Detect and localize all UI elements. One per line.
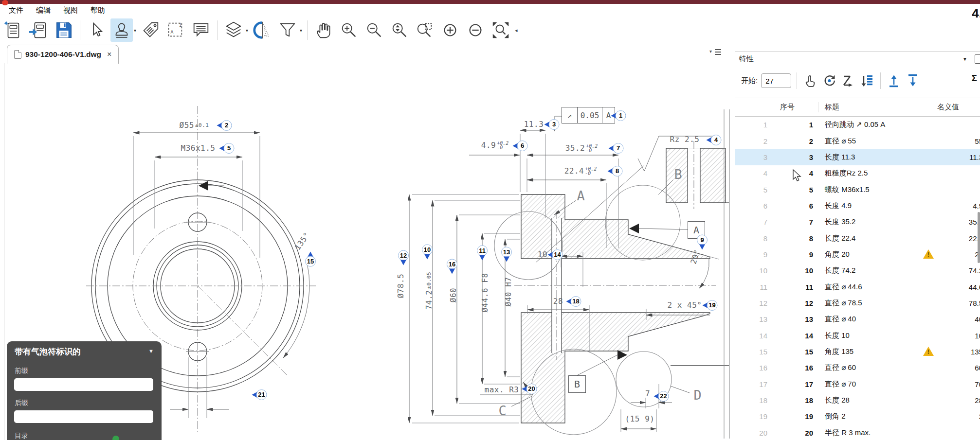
table-row[interactable]: 2020半径 R 3 max. — [735, 425, 980, 440]
dimension-label: 4.9+0.2-0 — [481, 141, 509, 150]
refresh-renumber-button[interactable] — [821, 73, 837, 88]
open-document-button[interactable] — [27, 18, 50, 42]
col-header-title[interactable]: 标题 — [825, 103, 920, 112]
balloon-15[interactable]: 15 — [305, 252, 316, 267]
tab-list-menu-icon[interactable]: ▾ — [710, 48, 721, 57]
table-row[interactable]: 1919倒角 22 — [735, 408, 980, 424]
table-row[interactable]: 99角度 20!20 — [735, 246, 980, 263]
balloon-6[interactable]: 6 — [513, 141, 528, 151]
warning-icon: ! — [923, 347, 934, 356]
table-row[interactable]: 1717直径 ⌀ 7070 — [735, 376, 980, 392]
zoom-extents-button[interactable] — [490, 18, 512, 42]
balloon-22[interactable]: 22 — [654, 391, 669, 402]
prefix-input[interactable] — [14, 378, 153, 391]
table-row[interactable]: 11径向跳动 ↗ 0.05 A — [735, 117, 980, 133]
balloon-settings-overlay: 带有气泡符标识的 ▼ 前缀 后缀 目录 — [7, 341, 162, 440]
menu-item-1[interactable]: 编辑 — [36, 6, 51, 15]
table-row[interactable]: 1414长度 1010 — [735, 327, 980, 343]
balloon-20[interactable]: 20 — [522, 384, 537, 394]
balloon-number: 16 — [447, 259, 457, 270]
menu-item-2[interactable]: 视图 — [63, 6, 78, 15]
touch-select-button[interactable] — [802, 73, 818, 88]
panel-collapse-icon[interactable]: ▼ — [962, 56, 967, 62]
menu-item-3[interactable]: 帮助 — [91, 6, 105, 15]
col-header-value[interactable]: 名义值 — [937, 103, 980, 112]
filter-dropdown-caret[interactable]: ▾ — [300, 28, 302, 33]
balloon-7[interactable]: 7 — [609, 143, 624, 154]
mirror-view-button[interactable] — [251, 18, 273, 42]
balloon-18[interactable]: 18 — [566, 296, 581, 307]
table-row[interactable]: 88长度 22.422.4 — [735, 230, 980, 246]
balloon-12[interactable]: 12 — [398, 250, 409, 265]
table-row[interactable]: 66长度 4.94.9 — [735, 198, 980, 214]
col-header-no[interactable]: 序号 — [767, 103, 813, 112]
dimension-label: 20° — [689, 248, 702, 265]
zoom-out-button[interactable] — [363, 18, 385, 42]
filter-button[interactable] — [276, 18, 299, 42]
panel-pin-icon[interactable] — [975, 54, 980, 64]
suffix-input[interactable] — [14, 410, 153, 423]
balloon-number: 11 — [477, 246, 488, 256]
balloon-9[interactable]: 9 — [697, 235, 708, 250]
balloon-19[interactable]: 19 — [703, 300, 718, 311]
dimension-label: Rz 2.5 — [670, 135, 700, 144]
table-row[interactable]: 77长度 35.235.2 — [735, 214, 980, 230]
z-order-button[interactable] — [840, 73, 856, 88]
app-version: 4. — [972, 6, 980, 21]
balloon-21[interactable]: 21 — [252, 389, 267, 400]
balloon-13[interactable]: 13 — [501, 247, 512, 262]
balloon-8[interactable]: 8 — [608, 166, 623, 176]
table-row[interactable]: 1313直径 ⌀ 4040 — [735, 311, 980, 327]
pan-hand-button[interactable] — [312, 18, 335, 42]
layers-button[interactable] — [222, 18, 245, 42]
drawing-canvas[interactable]: ↗ 0.05 A 1234567891011121314151618192021… — [4, 63, 736, 440]
row-nominal-value: 70 — [940, 380, 980, 388]
layers-dropdown-caret[interactable]: ▾ — [246, 28, 248, 33]
table-row[interactable]: 1616直径 ⌀ 6060 — [735, 360, 980, 376]
balloon-1[interactable]: 1 — [611, 110, 626, 121]
decrease-button[interactable] — [464, 18, 487, 42]
table-row[interactable]: 1111直径 ⌀ 44.644.6 — [735, 279, 980, 295]
table-row[interactable]: 22直径 ⌀ 5555 — [735, 133, 980, 149]
increase-button[interactable] — [439, 18, 461, 42]
table-row[interactable]: 33长度 11.311.3 — [735, 149, 980, 165]
sum-sigma-button[interactable]: Σ — [972, 73, 977, 84]
save-button[interactable] — [53, 18, 75, 42]
table-row[interactable]: 1010长度 74.274.2 — [735, 263, 980, 279]
table-row[interactable]: 55螺纹 M36x1.5 — [735, 181, 980, 197]
balloon-2[interactable]: 2 — [217, 120, 232, 131]
move-top-button[interactable] — [886, 73, 902, 88]
tag-button[interactable] — [139, 18, 162, 42]
menu-item-0[interactable]: 文件 — [9, 6, 23, 15]
move-bottom-button[interactable] — [905, 73, 921, 88]
table-row[interactable]: 1818长度 2828 — [735, 392, 980, 408]
start-number-input[interactable] — [761, 73, 791, 88]
renumber-list-button[interactable] — [859, 73, 875, 88]
table-row[interactable]: 1212直径 ⌀ 78.578.5 — [735, 295, 980, 311]
tab-close-icon[interactable]: × — [107, 50, 111, 59]
balloon-10[interactable]: 10 — [422, 245, 433, 260]
balloon-11[interactable]: 11 — [477, 246, 488, 261]
row-index: 11 — [735, 283, 767, 291]
table-scrollbar[interactable] — [978, 212, 980, 263]
overlay-collapse-icon[interactable]: ▼ — [148, 348, 154, 354]
toolbar-collapse-caret[interactable]: ◂ — [515, 27, 518, 34]
select-cursor-button[interactable] — [85, 18, 108, 42]
balloon-region-button[interactable]: 1A — [164, 18, 187, 42]
balloon-16[interactable]: 16 — [447, 259, 457, 274]
table-row[interactable]: 1515角度 135!135 — [735, 344, 980, 360]
comment-button[interactable] — [190, 18, 212, 42]
new-document-button[interactable] — [2, 18, 24, 42]
balloon-3[interactable]: 3 — [544, 119, 560, 130]
zoom-window-button[interactable] — [414, 18, 436, 42]
balloon-14[interactable]: 14 — [548, 249, 563, 260]
zoom-selection-button[interactable] — [388, 18, 411, 42]
row-number: 2 — [767, 137, 813, 145]
tab-drawing[interactable]: 930-1200-406-V1.dwg × — [7, 45, 119, 64]
stamp-dropdown-caret[interactable]: ▾ — [134, 28, 136, 33]
zoom-in-button[interactable] — [338, 18, 360, 42]
stamp-balloon-button[interactable] — [110, 18, 133, 42]
balloon-4[interactable]: 4 — [707, 135, 722, 145]
balloon-5[interactable]: 5 — [219, 143, 235, 154]
table-row[interactable]: 44粗糙度Rz 2.5 — [735, 165, 980, 181]
